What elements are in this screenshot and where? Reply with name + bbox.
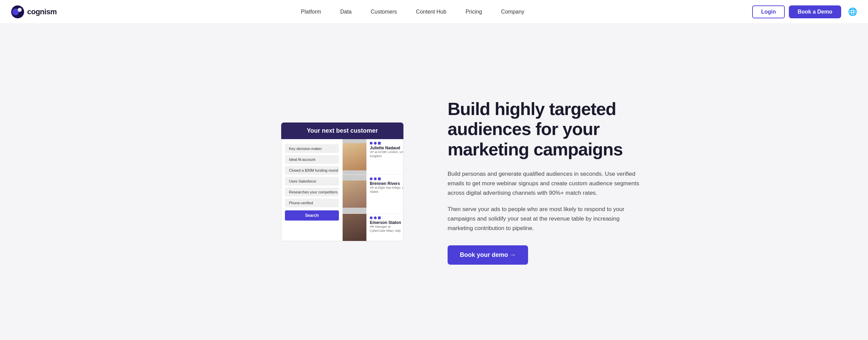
book-demo-nav-button[interactable]: Book a Demo	[789, 5, 841, 18]
hero-subtext-2: Then serve your ads to people who are mo…	[448, 205, 645, 233]
icon-dot-1a	[370, 142, 373, 145]
nav-item-pricing[interactable]: Pricing	[456, 9, 492, 15]
result-row-2: Brennen Rivers VP at Digio San Diego, Un…	[343, 175, 403, 214]
icon-dot-2b	[374, 177, 377, 180]
filter-phone-verified[interactable]: Phone-verified	[285, 199, 339, 207]
mockup-header: Your next best customer	[281, 122, 403, 139]
person-icons-3	[370, 216, 403, 219]
person-info-3: Emerson Staton HR Manager at CyberCube M…	[366, 214, 403, 241]
nav-item-content-hub[interactable]: Content Hub	[406, 9, 456, 15]
svg-point-2	[18, 8, 22, 12]
person-title-2: VP at Digio San Diego, United States	[370, 186, 403, 194]
person-icons-2	[370, 177, 403, 180]
hero-text: Build highly targeted audiences for your…	[448, 99, 645, 265]
person-info-2: Brennen Rivers VP at Digio San Diego, Un…	[366, 175, 403, 213]
filter-researches-competitors[interactable]: Researches your competitors	[285, 188, 339, 196]
icon-dot-1b	[374, 142, 377, 145]
nav-item-customers[interactable]: Customers	[361, 9, 406, 15]
login-button[interactable]: Login	[752, 5, 785, 18]
filter-search-button[interactable]: Search	[285, 210, 339, 221]
result-row-3: Emerson Staton HR Manager at CyberCube M…	[343, 214, 403, 241]
filter-key-decision-maker[interactable]: Key decision-maker	[285, 144, 339, 153]
logo-link[interactable]: cognism	[11, 5, 57, 19]
avatar-3	[343, 214, 366, 241]
person-icons-1	[370, 142, 403, 145]
navbar: cognism Platform Data Customers Content …	[0, 0, 868, 24]
nav-actions: Login Book a Demo 🌐	[752, 5, 857, 18]
mockup-results: Juliette Nadaud VP at ACME London, Unite…	[343, 139, 403, 241]
language-icon[interactable]: 🌐	[848, 7, 857, 16]
person-title-3: HR Manager at CyberCube Milan, Italy	[370, 225, 403, 233]
icon-dot-3b	[374, 216, 377, 219]
nav-item-platform[interactable]: Platform	[291, 9, 331, 15]
filter-uses-salesforce[interactable]: Uses Salesforce	[285, 177, 339, 186]
icon-sq-3	[378, 216, 381, 219]
avatar-1	[343, 139, 366, 174]
avatar-2	[343, 175, 366, 213]
icon-dot-2a	[370, 177, 373, 180]
nav-links: Platform Data Customers Content Hub Pric…	[73, 9, 752, 15]
book-demo-hero-button[interactable]: Book your demo →	[448, 245, 528, 265]
icon-sq-1	[378, 142, 381, 145]
hero-subtext-1: Build personas and generate qualified au…	[448, 169, 645, 198]
hero-mockup: Your next best customer Key decision-mak…	[223, 122, 420, 241]
person-title-1: VP at ACME London, United Kingdom	[370, 150, 403, 158]
filter-funding-round[interactable]: Closed a $30M funding round	[285, 166, 339, 175]
nav-item-company[interactable]: Company	[492, 9, 534, 15]
icon-sq-2	[378, 177, 381, 180]
result-row-1: Juliette Nadaud VP at ACME London, Unite…	[343, 139, 403, 175]
person-name-2: Brennen Rivers	[370, 181, 403, 186]
person-info-1: Juliette Nadaud VP at ACME London, Unite…	[366, 139, 403, 174]
icon-dot-3a	[370, 216, 373, 219]
mockup-filters: Key decision-maker Ideal fit-account Clo…	[282, 139, 343, 241]
hero-section: Your next best customer Key decision-mak…	[196, 24, 672, 340]
hero-heading: Build highly targeted audiences for your…	[448, 99, 645, 160]
cognism-logo-icon	[11, 5, 24, 19]
mockup-ui: Your next best customer Key decision-mak…	[240, 122, 403, 241]
filter-ideal-fit-account[interactable]: Ideal fit-account	[285, 155, 339, 164]
logo-text: cognism	[27, 7, 57, 16]
person-name-1: Juliette Nadaud	[370, 146, 403, 150]
mockup-body: Key decision-maker Ideal fit-account Clo…	[281, 139, 403, 241]
person-name-3: Emerson Staton	[370, 220, 403, 225]
nav-item-data[interactable]: Data	[331, 9, 361, 15]
